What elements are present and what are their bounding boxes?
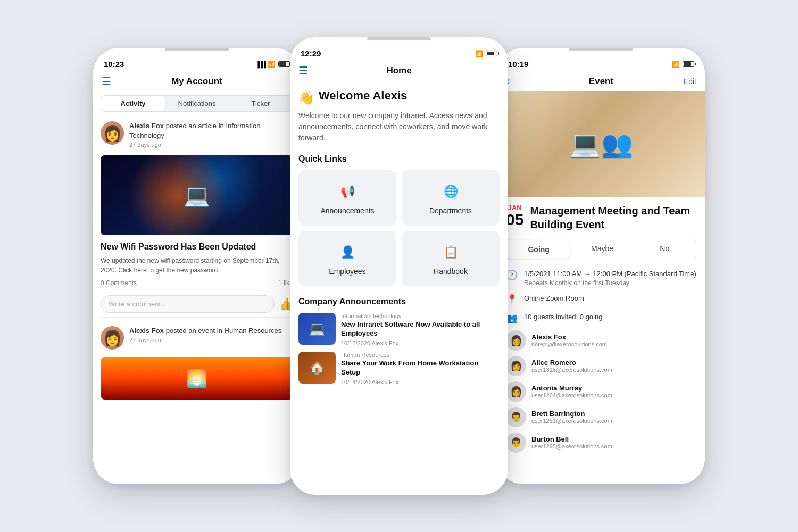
event-hero-image: 💻👥 bbox=[497, 91, 705, 197]
ann-category-1: Information Technology bbox=[341, 313, 500, 319]
home-content: 👋 Welcome Alexis Welcome to our new comp… bbox=[290, 80, 508, 495]
quick-link-departments[interactable]: 🌐 Departments bbox=[402, 170, 500, 226]
notch-1 bbox=[165, 48, 229, 51]
signal-icon-1 bbox=[256, 61, 265, 68]
status-time-3: 10:19 bbox=[508, 60, 528, 69]
quick-links-title: Quick Links bbox=[298, 154, 500, 164]
quick-link-announcements[interactable]: 📢 Announcements bbox=[298, 170, 396, 226]
employees-icon: 👤 bbox=[337, 242, 358, 263]
announcements-label: Announcements bbox=[320, 206, 374, 215]
guest-name-5: Burton Bell bbox=[531, 435, 612, 443]
employees-label: Employees bbox=[329, 267, 365, 276]
announcement-item-1[interactable]: 💻 Information Technology New Intranet So… bbox=[298, 313, 500, 346]
guest-avatar-3: 👩 bbox=[506, 381, 526, 402]
activity-item-2: Alexis Fox posted an event in Human Reso… bbox=[93, 321, 301, 355]
phone-event: 10:19 📶 ‹ Event Edit 💻👥 bbox=[497, 48, 705, 484]
page-title-2: Home bbox=[386, 65, 411, 76]
status-bar-2: 12:29 📶 bbox=[290, 43, 508, 61]
ann-title-2: Share Your Work From Home Workstation Se… bbox=[341, 359, 500, 377]
guest-item-3: 👩 Antonia Murray user1264@axerosolutions… bbox=[506, 381, 696, 402]
guest-name-2: Alice Romero bbox=[531, 359, 612, 367]
activity-text-2: Alexis Fox posted an event in Human Reso… bbox=[129, 326, 281, 343]
activity-user-2: Alexis Fox bbox=[129, 327, 164, 335]
guest-item-2: 👩 Alice Romero user1318@axerosolutions.c… bbox=[506, 356, 696, 376]
event-thumbnail: 🌅 bbox=[101, 357, 293, 400]
app-header-2: ☰ Home bbox=[290, 61, 508, 80]
welcome-wave: 👋 bbox=[298, 90, 314, 105]
activity-user-1: Alexis Fox bbox=[129, 122, 164, 130]
ann-meta-1: 10/15/2020 Alexis Fox bbox=[341, 340, 500, 346]
welcome-desc: Welcome to our new company intranet. Acc… bbox=[298, 110, 500, 144]
guest-avatar-1: 👩 bbox=[506, 330, 526, 351]
status-icons-2: 📶 bbox=[475, 50, 497, 57]
guest-name-1: Alexis Fox bbox=[531, 333, 607, 341]
signal-icon-3: 📶 bbox=[672, 61, 680, 68]
ann-category-2: Human Resources bbox=[341, 352, 500, 358]
notch-2 bbox=[367, 37, 431, 40]
edit-link[interactable]: Edit bbox=[684, 77, 696, 86]
rsvp-going[interactable]: Going bbox=[508, 240, 570, 259]
ann-thumb-2: 🏠 bbox=[298, 352, 336, 384]
post-content: New Wifi Password Has Been Updated We up… bbox=[93, 237, 301, 295]
ann-thumb-1: 💻 bbox=[298, 313, 336, 345]
divider-1 bbox=[101, 317, 293, 318]
announcement-item-2[interactable]: 🏠 Human Resources Share Your Work From H… bbox=[298, 352, 500, 385]
activity-time-1: 27 days ago bbox=[129, 142, 293, 148]
tab-notifications[interactable]: Notifications bbox=[165, 96, 229, 111]
status-icons-1: 📶 bbox=[256, 61, 290, 68]
phones-container: 10:23 📶 ☰ My Account Activity Notificati… bbox=[27, 37, 771, 495]
rsvp-no[interactable]: No bbox=[634, 239, 696, 260]
wifi-icon-1: 📶 bbox=[268, 61, 276, 68]
welcome-title: Welcome Alexis bbox=[319, 89, 407, 103]
laptop-illustration: 💻👥 bbox=[497, 91, 705, 197]
menu-icon-2[interactable]: ☰ bbox=[298, 64, 308, 77]
post-meta: 0 Comments 1 like bbox=[101, 279, 293, 287]
event-guests-summary: 10 guests invited, 0 going bbox=[524, 312, 602, 322]
comment-input[interactable]: Write a comment... bbox=[101, 295, 275, 313]
announcements-list: 💻 Information Technology New Intranet So… bbox=[298, 313, 500, 385]
event-date-badge: JAN 05 bbox=[506, 204, 523, 228]
quick-link-employees[interactable]: 👤 Employees bbox=[298, 231, 396, 286]
guest-email-4: user1251@axerosolutions.com bbox=[531, 418, 612, 424]
tab-ticker[interactable]: Ticker bbox=[229, 96, 293, 111]
phone-my-account: 10:23 📶 ☰ My Account Activity Notificati… bbox=[93, 48, 301, 484]
event-datetime: 1/5/2021 11:00 AM → 12:00 PM (Pacific St… bbox=[524, 269, 696, 279]
guest-item-1: 👩 Alexis Fox noreply@axerosolutions.com bbox=[506, 330, 696, 351]
quick-link-handbook[interactable]: 📋 Handbook bbox=[402, 231, 500, 286]
announcements-icon: 📢 bbox=[337, 181, 358, 202]
guest-avatar-4: 👨 bbox=[506, 407, 526, 427]
article-image: 💻 bbox=[101, 155, 293, 235]
departments-label: Departments bbox=[429, 206, 472, 215]
menu-icon-1[interactable]: ☰ bbox=[102, 75, 111, 88]
announcements-title: Company Announcements bbox=[298, 297, 500, 306]
activity-time-2: 27 days ago bbox=[129, 337, 281, 343]
post-desc: We updated the new wifi password startin… bbox=[101, 256, 293, 275]
event-details: JAN 05 Management Meeting and Team Build… bbox=[497, 197, 705, 484]
tab-activity[interactable]: Activity bbox=[101, 96, 165, 111]
guest-name-3: Antonia Murray bbox=[531, 384, 612, 392]
event-guests-row: 👥 10 guests invited, 0 going bbox=[506, 312, 696, 324]
quick-links-grid: 📢 Announcements 🌐 Departments 👤 Employee… bbox=[298, 170, 500, 286]
event-location: Online Zoom Room bbox=[524, 293, 584, 304]
app-header-3: ‹ Event Edit bbox=[497, 72, 705, 91]
guest-name-4: Brett Barrington bbox=[531, 410, 612, 418]
ann-info-2: Human Resources Share Your Work From Hom… bbox=[341, 352, 500, 385]
battery-icon-1 bbox=[278, 61, 290, 67]
guest-email-1: noreply@axerosolutions.com bbox=[531, 341, 607, 347]
rsvp-maybe[interactable]: Maybe bbox=[571, 239, 633, 260]
status-time-1: 10:23 bbox=[104, 60, 124, 69]
welcome-section: 👋 Welcome Alexis Welcome to our new comp… bbox=[298, 89, 500, 144]
status-icons-3: 📶 bbox=[672, 61, 694, 68]
event-header: JAN 05 Management Meeting and Team Build… bbox=[506, 204, 696, 231]
ann-title-1: New Intranet Software Now Available to a… bbox=[341, 320, 500, 338]
guest-item-5: 👨 Burton Bell user1295@axerosolutions.co… bbox=[506, 433, 696, 453]
guests-list: 👩 Alexis Fox noreply@axerosolutions.com … bbox=[506, 330, 696, 453]
activity-action-2: posted an event in Human Resources bbox=[166, 327, 282, 335]
event-recurring: Repeats Monthly on the first Tuesday bbox=[524, 279, 696, 287]
post-comments: 0 Comments bbox=[101, 279, 137, 287]
event-datetime-row: 🕐 1/5/2021 11:00 AM → 12:00 PM (Pacific … bbox=[506, 269, 696, 287]
notch-3 bbox=[569, 48, 633, 51]
activity-text-1: Alexis Fox posted an article in Informat… bbox=[129, 121, 293, 148]
avatar-1 bbox=[101, 121, 124, 145]
post-title: New Wifi Password Has Been Updated bbox=[101, 242, 293, 253]
